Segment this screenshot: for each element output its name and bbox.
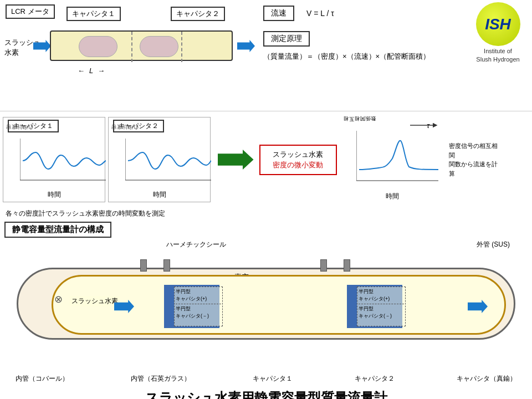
wave-block-cap1: キャパシタ１ 密度計出力 時間 [3, 117, 105, 202]
connector-1 [140, 259, 147, 272]
cap1-bottom-label: キャパシタ１ [253, 374, 293, 383]
capacitor-cell-2 [140, 36, 178, 57]
green-arrow-block [213, 114, 258, 205]
right-flow-arrow [237, 40, 255, 52]
wave-cap1-svg [20, 133, 106, 188]
halfcap-area-2: 半円型 キャパシタ(+) 半円型 キャパシタ(－) [357, 287, 406, 326]
flow-arrow-right-icon [468, 300, 488, 313]
outer-pipe: 真空 ⊗ スラッシュ水素 半円型 キャパシタ(+) 半円型 [17, 268, 515, 340]
corr-svg [356, 128, 438, 189]
slush-water-label: スラッシュ水素 [70, 296, 120, 306]
ish-subtitle: Institute of Slush Hydrogen [476, 47, 519, 63]
cap-brass-label: キャパシタ（真鍮） [457, 374, 516, 383]
wave-cap2-xlabel: 時間 [153, 190, 166, 200]
ish-circle: ISH [476, 2, 520, 46]
formula-block: 流速 V = L / τ 測定原理 （質量流量）＝（密度）×（流速）×（配管断面… [255, 0, 443, 111]
connector-3 [320, 259, 327, 272]
flowmeter-title: 静電容量型流量計の構成 [4, 222, 111, 238]
bottom-section: 静電容量型流量計の構成 ハーメチックシール 外管 (SUS) 真空 ⊗ [0, 219, 532, 387]
dim-label: L [89, 66, 93, 75]
ryusoku-box: 流速 [263, 6, 294, 21]
cap2-bottom-label: キャパシタ２ [355, 374, 395, 383]
green-arrow-icon [218, 150, 254, 170]
lcr-block: LCR メータ キャパシタ１ キャパシタ２ スラッシュ 水素 [0, 0, 255, 111]
wave-desc-left: 各々の密度計でスラッシュ水素密度の時間変動を測定 [6, 209, 165, 218]
slush-density-box: スラッシュ水素 密度の微小変動 [259, 145, 337, 175]
left-flow-arrow [33, 40, 51, 52]
connector-2 [163, 259, 170, 272]
wave-cap1-title: キャパシタ１ [8, 120, 59, 132]
pipe-outer [50, 30, 233, 61]
ish-logo: ISH Institute of Slush Hydrogen [466, 2, 530, 63]
corr-desc: 密度信号の相互相関 関数から流速を計算 [446, 114, 502, 205]
lcr-label: LCR メータ [6, 4, 55, 19]
inner-pipe: ⊗ スラッシュ水素 半円型 キャパシタ(+) 半円型 キャパシタ(－) [52, 275, 506, 335]
corr-xlabel: 時間 [386, 192, 399, 201]
top-labels: ハーメチックシール 外管 (SUS) [6, 240, 526, 251]
hermetic-connectors [140, 259, 170, 272]
slush-box-line2: 密度の微小変動 [266, 160, 330, 171]
wave-section: キャパシタ１ 密度計出力 時間 キャパシタ２ 密度計出力 時間 スラッシュ水素 … [0, 111, 532, 208]
wave-descriptions: 各々の密度計でスラッシュ水素密度の時間変動を測定 [0, 208, 532, 219]
connector-4 [344, 259, 350, 272]
dimension-line: ← L → [78, 66, 105, 75]
inner-glass-label: 内管（石英ガラス） [131, 374, 191, 383]
slush-box-line1: スラッシュ水素 [266, 149, 330, 160]
kovar-symbol: ⊗ [54, 293, 63, 305]
main-title: スラッシュ水素用静電容量型質量流量計 [0, 387, 532, 399]
cap-labels-row: キャパシタ１ キャパシタ２ [66, 7, 225, 21]
velocity-formula: V = L / τ [306, 9, 334, 18]
top-section: LCR メータ キャパシタ１ キャパシタ２ スラッシュ 水素 [0, 0, 532, 111]
inner-kovar-label: 内管（コバール） [16, 374, 69, 383]
capacitor-cell-1 [79, 36, 117, 57]
ish-abbr: ISH [485, 16, 511, 33]
halfcap-area-1: 半円型 キャパシタ(+) 半円型 キャパシタ(－) [174, 287, 223, 326]
hermetic-label: ハーメチックシール [166, 240, 226, 249]
flow-arrow-left-icon [114, 300, 134, 313]
outer-pipe-label: 外管 (SUS) [477, 240, 510, 249]
pipe-diagram: ← L → [33, 25, 244, 75]
flow-arrow-left [114, 300, 134, 313]
mass-flow-equation: （質量流量）＝（密度）×（流速）×（配管断面積） [263, 51, 435, 63]
wave-block-cap2: キャパシタ２ 密度計出力 時間 [108, 117, 211, 202]
cap1-label: キャパシタ１ [66, 7, 121, 21]
cap2-label: キャパシタ２ [171, 7, 225, 21]
wave-cap1-xlabel: 時間 [48, 190, 61, 200]
wave-cap2-title: キャパシタ２ [113, 120, 164, 132]
sokutei-box: 測定原理 [263, 31, 310, 47]
flowmeter-diagram: 真空 ⊗ スラッシュ水素 半円型 キャパシタ(+) 半円型 [6, 251, 526, 373]
corr-block: τ 相互相関係数 時間 [341, 117, 443, 202]
fm-bottom-labels: 内管（コバール） 内管（石英ガラス） キャパシタ１ キャパシタ２ キャパシタ（真… [4, 373, 528, 385]
flow-arrow-right [468, 300, 488, 313]
hermetic-connectors-2 [320, 259, 350, 272]
wave-cap2-svg [125, 133, 211, 188]
